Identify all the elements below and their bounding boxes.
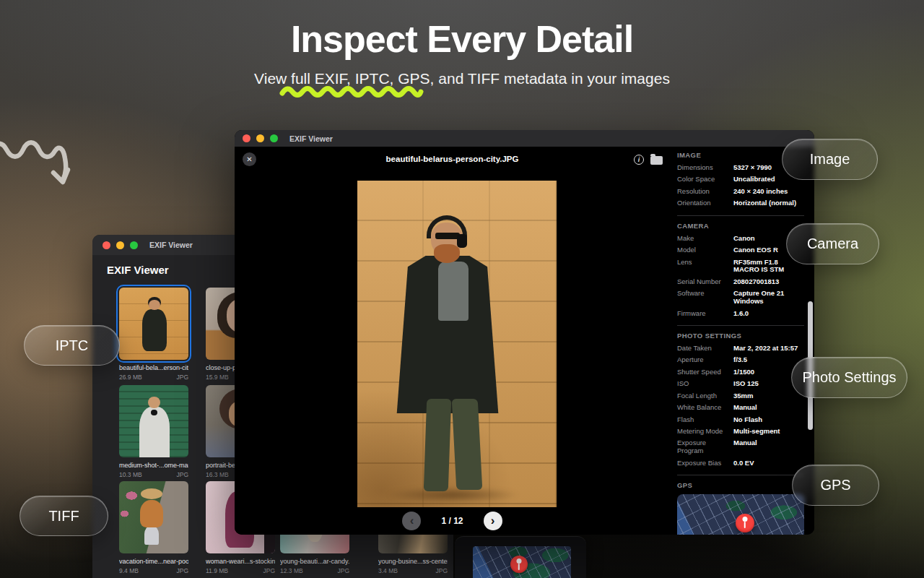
thumbnail-filetype-badge: JPG [263,567,275,574]
metadata-row: Exposure Bias 0.0 EV [677,460,804,467]
metadata-panel: IMAGE Dimensions 5327 × 7990 Color Space… [670,147,814,535]
photo-figure-part [438,262,468,321]
location-pin-icon [736,514,754,532]
pill-image[interactable]: Image [782,139,878,180]
metadata-row: Metering Mode Multi-segment [677,428,804,436]
thumbnail-filetype-badge: JPG [176,567,188,574]
metadata-label: Exposure Bias [677,460,733,467]
thumbnail-meta: 10.3 MB JPG [119,471,188,478]
metadata-label: Firmware [677,310,733,318]
thumbnail-meta: 12.3 MB JPG [280,567,349,574]
hero-title: Inspect Every Detail [0,17,924,61]
folder-icon[interactable] [650,156,663,165]
location-pin-icon [510,556,528,573]
metadata-row: Resolution 240 × 240 inches [677,188,804,196]
photo-figure-part [452,399,483,490]
metadata-value: 0.0 EV [733,460,804,467]
gps-map-preview [473,546,571,578]
metadata-label: Focal Length [677,392,733,400]
metadata-row: Focal Length 35mm [677,392,804,400]
metadata-section-photo-settings: PHOTO SETTINGS Date Taken Mar 2, 2022 at… [677,326,804,475]
metadata-value: 35mm [733,392,804,400]
minimize-traffic-light[interactable] [256,134,264,142]
metadata-value: 240 × 240 inches [733,188,804,196]
pill-camera[interactable]: Camera [786,223,879,264]
thumbnail-filesize: 3.4 MB [378,567,398,574]
next-photo-button[interactable]: › [484,512,502,530]
metadata-value: No Flash [733,416,804,424]
section-header: GPS [677,481,804,489]
page-background: Inspect Every Detail View full EXIF, IPT… [0,0,924,578]
metadata-section-gps: GPS Central Park [677,475,804,535]
metadata-label: Color Space [677,176,733,184]
metadata-label: Metering Mode [677,428,733,436]
metadata-value: Mar 2, 2022 at 15:57 [733,345,804,353]
metadata-row: Make Canon [677,235,804,243]
photo-figure-part [457,234,467,248]
thumbnail-filesize: 15.9 MB [206,374,229,381]
thumbnail-filesize: 9.4 MB [119,567,139,574]
info-icon[interactable]: i [634,155,644,165]
viewer-content: ✕ beautiful-belarus-person-city.JPG i [235,147,814,535]
thumbnail-image[interactable] [119,288,188,360]
arrow-squiggle-decoration [0,131,89,200]
green-squiggle-underline [279,84,424,100]
section-header: PHOTO SETTINGS [677,332,804,340]
metadata-label: ISO [677,380,733,388]
pill-iptc[interactable]: IPTC [24,325,120,366]
thumbnail-filetype-badge: JPG [435,567,448,574]
metadata-row: Firmware 1.6.0 [677,310,804,318]
metadata-label: Flash [677,416,733,424]
thumbnail-meta: 3.4 MB JPG [378,567,448,574]
previous-photo-button[interactable]: ‹ [402,512,421,530]
viewer-window: EXIF Viewer ✕ beautiful-belarus-person-c… [235,130,814,535]
thumbnail-filename: beautiful-bela...erson-city.JPG [119,364,188,371]
metadata-value: Manual [733,404,804,412]
metadata-row: ISO ISO 125 [677,380,804,388]
viewer-toolbar: ✕ beautiful-belarus-person-city.JPG i [235,147,670,173]
metadata-row: Serial Number 208027001813 [677,278,804,286]
metadata-row: Orientation Horizontal (normal) [677,199,804,207]
pill-photo-settings[interactable]: Photo Settings [791,357,907,398]
thumbnail-image[interactable] [119,481,188,553]
close-traffic-light[interactable] [243,134,250,142]
map-window [455,536,586,578]
thumbnail-filename: vacation-time...near-pool.JPG [119,558,188,565]
metadata-label: Aperture [677,356,733,364]
photo-figure-part [434,244,460,263]
current-filename: beautiful-belarus-person-city.JPG [235,155,670,163]
metadata-value: Horizontal (normal) [733,199,804,207]
metadata-value: 208027001813 [733,278,804,286]
pill-tiff[interactable]: TIFF [19,496,108,536]
thumbnail-filename: medium-shot-...ome-man.JPG [119,462,188,469]
metadata-label: Exposure Program [677,439,733,455]
metadata-value: f/3.5 [733,356,804,364]
thumbnail-filename: young-busine...ss-center.JPG [378,558,448,565]
thumbnail-filetype-badge: JPG [176,374,188,381]
thumbnail-item[interactable]: vacation-time...near-pool.JPG 9.4 MB JPG [119,481,188,574]
gps-map: Central Park [677,494,804,535]
metadata-label: Date Taken [677,345,733,353]
section-header: CAMERA [677,222,804,230]
metadata-row: Color Space Uncalibrated [677,176,804,184]
thumbnail-filesize: 16.3 MB [206,471,229,478]
pill-gps[interactable]: GPS [792,465,879,506]
metadata-label: Make [677,235,733,243]
thumbnail-meta: 11.9 MB JPG [206,567,275,574]
metadata-label: White Balance [677,404,733,412]
metadata-row: Model Canon EOS R [677,246,804,254]
metadata-label: Resolution [677,188,733,196]
metadata-row: Lens RF35mm F1.8 MACRO IS STM [677,259,804,275]
viewer-window-title: EXIF Viewer [289,134,333,143]
metadata-value: Multi-segment [733,428,804,436]
metadata-value: Manual [733,439,804,455]
thumbnail-item[interactable]: medium-shot-...ome-man.JPG 10.3 MB JPG [119,385,188,478]
metadata-value: Capture One 21 Windows [733,290,804,306]
metadata-label: Serial Number [677,278,733,286]
main-photo [357,181,557,507]
thumbnail-filetype-badge: JPG [176,471,188,478]
photo-figure-part [424,399,451,491]
thumbnail-item[interactable]: beautiful-bela...erson-city.JPG 26.9 MB … [119,288,188,381]
thumbnail-image[interactable] [119,385,188,457]
zoom-traffic-light[interactable] [270,134,278,142]
